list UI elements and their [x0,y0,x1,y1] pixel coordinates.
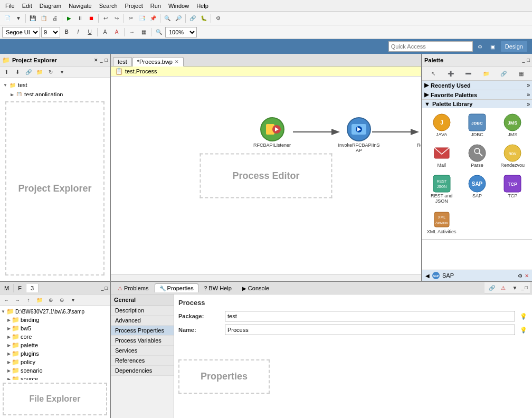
palette-item-jdbc[interactable]: JDBC JDBC [460,110,494,140]
palette-item-sap[interactable]: SAP SAP [460,172,494,206]
file-tab-m[interactable]: M [0,284,14,292]
palette-item-xml[interactable]: XML Activities XML Activities [424,207,459,237]
props-menu-references[interactable]: References [111,356,174,366]
print-btn[interactable]: 🖨 [50,13,60,24]
cut-btn[interactable]: ✂ [126,13,136,24]
file-core[interactable]: ▶ 📁 core [1,332,109,341]
redo-btn[interactable]: ↪ [111,13,122,24]
zoom-level-select[interactable]: 100% 75% 150% [165,27,197,37]
expand-all-btn[interactable]: ⬇ [12,67,23,78]
save-btn[interactable]: 💾 [27,13,38,24]
palette-zoom-out-btn[interactable]: ➖ [463,69,473,78]
connect-btn[interactable]: 🔗 [187,13,198,24]
recently-used-expand[interactable]: » [527,82,530,88]
dropdown-btn[interactable]: ▼ [13,13,24,24]
props-menu-dependencies[interactable]: Dependencies [111,366,174,376]
name-input[interactable] [225,325,515,335]
palette-item-jms[interactable]: JMS JMS [496,110,530,140]
file-source[interactable]: ▶ 📁 source [1,375,109,380]
collapse-all-btn[interactable]: ⬆ [1,67,12,78]
tab-process[interactable]: *Process.bwp ✕ [132,57,184,66]
project-explorer-close[interactable]: ✕ [94,58,98,63]
zoom-select-btn[interactable]: 🔍 [154,27,164,37]
settings-btn[interactable]: ⚙ [213,13,223,24]
palette-cursor-btn[interactable]: ↖ [429,69,438,78]
menu-project[interactable]: Project [122,2,146,10]
arrow-btn[interactable]: → [127,27,137,37]
file-palette[interactable]: ▶ 📁 palette [1,341,109,349]
palette-item-rendezvous[interactable]: RDV Rendezvou [496,141,530,170]
menu-help[interactable]: Help [193,2,212,10]
settings-icon[interactable]: ⚙ [475,41,486,52]
menu-diagram[interactable]: Diagram [36,2,65,10]
file-policy[interactable]: ▶ 📁 policy [1,358,109,366]
package-info-btn[interactable]: 💡 [519,312,528,320]
palette-folder-btn[interactable]: 📁 [481,69,491,78]
zoom-out-btn[interactable]: 🔎 [173,13,184,24]
file-bw5[interactable]: ▶ 📁 bw5 [1,324,109,332]
props-menu-advanced[interactable]: Advanced [111,316,174,326]
project-explorer-max[interactable]: □ [105,58,108,63]
props-error-btn[interactable]: ⚠ [498,282,509,293]
file-min-btn[interactable]: _ [101,286,104,291]
tab-problems[interactable]: ⚠ Problems [113,283,154,293]
palette-connect-btn[interactable]: 🔗 [499,69,508,78]
file-max-btn[interactable]: □ [105,286,108,291]
tree-item-root[interactable]: ▼ 📁 test [2,80,108,90]
stop-btn[interactable]: ⏹ [86,13,97,24]
file-collapse-btn[interactable]: ⊖ [56,295,67,306]
palette-bottom-settings[interactable]: ⚙ [518,273,522,279]
props-menu-services[interactable]: Services [111,346,174,356]
perspective-icon[interactable]: ▣ [488,41,498,52]
underline-btn[interactable]: U [84,27,95,37]
props-menu-process-variables[interactable]: Process Variables [111,336,174,346]
design-button[interactable]: Design [500,41,528,52]
library-expand[interactable]: » [527,101,530,107]
props-max-btn[interactable]: □ [525,285,528,290]
name-info-btn[interactable]: 💡 [519,326,528,334]
palette-item-parse[interactable]: Parse [460,141,494,170]
menu-run[interactable]: Run [147,2,164,10]
font-family-select[interactable]: Segoe UI [2,27,40,37]
layout-btn[interactable]: ▦ [138,27,149,37]
palette-item-tcp[interactable]: TCP TCP [496,172,530,206]
italic-btn[interactable]: I [73,27,83,37]
file-new-folder-btn[interactable]: 📁 [34,295,45,306]
palette-favorites-header[interactable]: ▶ Favorite Palettes » [422,90,532,99]
menu-file[interactable]: File [2,2,18,10]
canvas-scrollbar-h[interactable] [111,274,421,281]
filter-btn[interactable]: ▾ [56,67,67,78]
favorites-expand[interactable]: » [527,92,530,98]
undo-btn[interactable]: ↩ [100,13,111,24]
palette-scroll[interactable]: ▶ Recently Used » ▶ Favorite Palettes » [422,81,532,270]
file-scenario[interactable]: ▶ 📁 scenario [1,366,109,375]
props-dropdown-btn[interactable]: ▼ [510,282,520,293]
copy-btn[interactable]: 📑 [137,13,147,24]
new-btn[interactable]: 📄 [2,13,13,24]
props-min-btn[interactable]: _ [521,285,524,290]
file-filter-btn[interactable]: ▾ [68,295,78,306]
file-up-btn[interactable]: ↑ [23,295,34,306]
quick-access-input[interactable] [388,41,473,52]
run-btn[interactable]: ▶ [64,13,74,24]
tree-item-app[interactable]: ▶ 📋 test.application [2,90,108,96]
palette-grid-btn[interactable]: ▦ [516,69,526,78]
menu-search[interactable]: Search [96,2,121,10]
paste-btn[interactable]: 📌 [148,13,158,24]
flow-node-3[interactable]: ReplyfromRFCBAPIInSAP [417,116,421,153]
font-size-select[interactable]: 9 10 11 12 [41,27,60,37]
tab-test[interactable]: test [113,57,132,66]
align-left-btn[interactable]: A [100,27,110,37]
palette-library-header[interactable]: ▼ Palette Library » [422,100,532,108]
tab-console[interactable]: ▶ Console [238,283,274,293]
tab-properties[interactable]: 🔧 Properties [155,283,198,292]
file-back-btn[interactable]: ← [1,295,12,306]
palette-zoom-in-btn[interactable]: ➕ [446,69,455,78]
tab-process-close[interactable]: ✕ [175,59,179,64]
tab-bwhelp[interactable]: ? BW Help [200,283,236,293]
menu-edit[interactable]: Edit [19,2,35,10]
file-tab-f[interactable]: F [14,284,26,292]
pause-btn[interactable]: ⏸ [75,13,86,24]
refresh-btn[interactable]: ↻ [45,67,56,78]
props-link-btn[interactable]: 🔗 [487,282,497,293]
